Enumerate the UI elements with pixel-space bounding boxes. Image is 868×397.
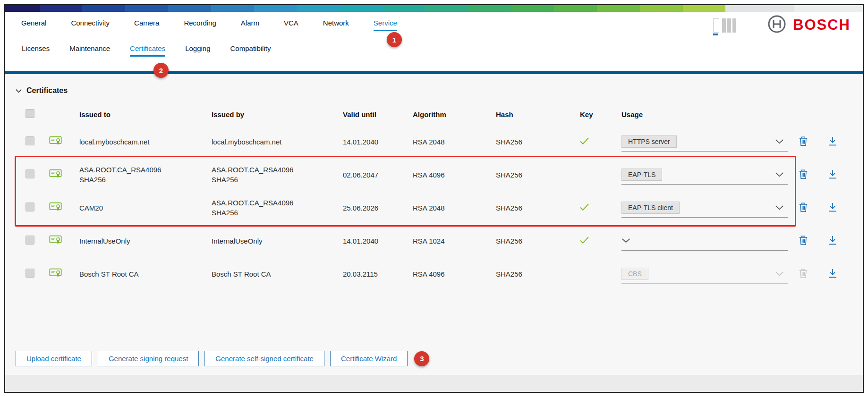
table-row: ASA.ROOT.CA_RSA4096 SHA256 ASA.ROOT.CA_R… <box>5 158 863 191</box>
tab-alarm[interactable]: Alarm <box>229 12 272 38</box>
chevron-down-icon[interactable] <box>775 205 784 210</box>
generate-signing-request-button[interactable]: Generate signing request <box>98 351 199 366</box>
subtab-label: Logging <box>185 44 210 57</box>
subtab-licenses[interactable]: Licenses <box>12 38 60 63</box>
row-checkbox[interactable] <box>26 203 34 211</box>
chevron-down-icon[interactable] <box>775 172 784 177</box>
section-title: Certificates <box>26 86 68 95</box>
collapse-chevron-icon[interactable] <box>16 89 22 93</box>
issued-to-cell: ASA.ROOT.CA_RSA4096 SHA256 <box>79 165 212 185</box>
table-header-row: Issued to Issued by Valid until Algorith… <box>5 103 863 125</box>
algorithm-cell: RSA 1024 <box>413 237 496 245</box>
valid-until-cell: 14.01.2040 <box>343 237 413 245</box>
usage-dropdown[interactable] <box>621 231 788 251</box>
issued-by-cell: local.myboschcam.net <box>212 137 343 147</box>
hash-cell: SHA256 <box>496 171 580 179</box>
issued-to-cell: local.myboschcam.net <box>79 137 212 147</box>
issued-to-cell: InternalUseOnly <box>79 236 212 246</box>
usage-dropdown[interactable]: HTTPS server <box>621 132 788 152</box>
tab-camera[interactable]: Camera <box>122 12 171 38</box>
delete-icon[interactable] <box>799 169 808 179</box>
column-header-hash: Hash <box>496 110 580 118</box>
valid-until-cell: 14.01.2040 <box>343 138 413 146</box>
subtab-logging[interactable]: Logging <box>175 38 220 63</box>
usage-dropdown[interactable]: CBS <box>621 264 788 284</box>
subtab-certificates[interactable]: Certificates <box>120 38 175 63</box>
usage-dropdown[interactable]: EAP-TLS <box>621 165 788 185</box>
hash-cell: SHA256 <box>496 270 580 278</box>
chevron-down-icon[interactable] <box>775 271 784 276</box>
delete-icon[interactable] <box>799 202 808 212</box>
usage-dropdown[interactable]: EAP-TLS client <box>621 198 788 218</box>
chevron-down-icon[interactable] <box>775 139 784 144</box>
issued-by-cell: InternalUseOnly <box>212 236 343 246</box>
subtab-label: Compatibility <box>230 44 271 57</box>
select-all-checkbox[interactable] <box>26 109 34 118</box>
delete-icon[interactable] <box>799 268 808 279</box>
row-checkbox[interactable] <box>26 136 34 145</box>
column-header-key: Key <box>580 110 621 118</box>
service-sub-navigation: Licenses Maintenance Certificates Loggin… <box>5 38 863 63</box>
tab-connectivity[interactable]: Connectivity <box>59 12 122 38</box>
row-checkbox[interactable] <box>26 169 34 178</box>
hash-cell: SHA256 <box>496 237 580 245</box>
annotation-step-3: 3 <box>414 351 429 366</box>
tab-general[interactable]: General <box>9 12 59 38</box>
tab-label: VCA <box>284 19 298 31</box>
certificates-table: Issued to Issued by Valid until Algorith… <box>5 103 863 290</box>
delete-icon[interactable] <box>799 235 808 245</box>
usage-tag: HTTPS server <box>621 135 677 148</box>
issued-to-cell: CAM20 <box>79 203 212 213</box>
usage-tag: EAP-TLS client <box>621 202 680 214</box>
column-header-valid-until: Valid until <box>343 110 413 118</box>
subtab-label: Licenses <box>22 44 50 57</box>
download-icon[interactable] <box>828 136 837 146</box>
usage-tag: EAP-TLS <box>621 169 662 181</box>
issued-by-cell: Bosch ST Root CA <box>212 269 343 279</box>
certificates-section-header: Certificates <box>5 74 863 95</box>
table-row: Bosch ST Root CA Bosch ST Root CA 20.03.… <box>5 257 863 290</box>
nav-right-area: BOSCH <box>713 12 851 38</box>
annotation-step-1: 1 <box>387 32 402 47</box>
download-icon[interactable] <box>828 236 837 245</box>
generate-self-signed-certificate-button[interactable]: Generate self-signed certificate <box>204 351 324 366</box>
row-checkbox[interactable] <box>26 236 34 245</box>
tab-label: Connectivity <box>71 19 110 31</box>
app-window: General Connectivity Camera Recording Al… <box>4 4 864 393</box>
download-icon[interactable] <box>828 169 837 179</box>
subtab-maintenance[interactable]: Maintenance <box>60 38 120 63</box>
chevron-down-icon[interactable] <box>621 238 630 243</box>
upload-certificate-button[interactable]: Upload certificate <box>16 351 92 366</box>
tab-network[interactable]: Network <box>311 12 361 38</box>
download-icon[interactable] <box>828 203 837 212</box>
algorithm-cell: RSA 2048 <box>413 204 496 212</box>
algorithm-cell: RSA 4096 <box>413 171 496 179</box>
tab-vca[interactable]: VCA <box>272 12 311 38</box>
valid-until-cell: 20.03.2115 <box>343 270 413 278</box>
tab-label: Recording <box>184 19 216 31</box>
row-checkbox[interactable] <box>26 269 34 278</box>
table-row: local.myboschcam.net local.myboschcam.ne… <box>5 125 863 158</box>
usage-tag: CBS <box>621 268 648 280</box>
column-header-issued-by: Issued by <box>212 110 343 118</box>
delete-icon[interactable] <box>799 136 808 146</box>
subtab-label: Certificates <box>130 44 165 57</box>
subtab-compatibility[interactable]: Compatibility <box>221 38 281 63</box>
tab-label: General <box>21 19 46 31</box>
tab-label: Camera <box>134 19 159 31</box>
tab-recording[interactable]: Recording <box>171 12 228 38</box>
top-navigation: General Connectivity Camera Recording Al… <box>5 12 863 38</box>
tab-label: Alarm <box>241 19 259 31</box>
annotation-step-2: 2 <box>153 63 169 78</box>
certificate-icon <box>49 235 62 245</box>
certificate-wizard-button[interactable]: Certificate Wizard <box>330 351 408 366</box>
column-header-algorithm: Algorithm <box>413 110 496 118</box>
certificate-icon <box>49 268 62 278</box>
hash-cell: SHA256 <box>496 138 580 146</box>
bosch-logo: BOSCH <box>767 15 851 35</box>
certificates-panel: Certificates Issued to Issued by Valid u… <box>5 74 863 375</box>
valid-until-cell: 25.06.2026 <box>343 204 413 212</box>
tab-service[interactable]: Service <box>361 12 409 38</box>
download-icon[interactable] <box>828 269 837 278</box>
certificate-actions: Upload certificate Generate signing requ… <box>16 351 429 366</box>
